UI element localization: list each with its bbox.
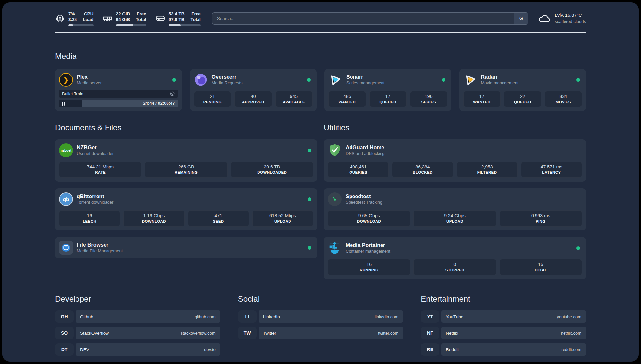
section-title-social: Social [238,294,403,304]
app-description: Media Requests [212,80,243,86]
playback-time: 24:44 / 02:06:47 [143,101,175,106]
memory-progress-fill [116,24,133,26]
stat-tile: 39.6 TB DOWNLOADED [231,162,313,178]
stat-tile: 16 TOTAL [500,259,582,275]
link-tag: TW [238,327,257,339]
search-engine-badge[interactable]: G [514,13,528,24]
section-developer: Developer GH Github github.com SO StackO… [55,294,220,356]
system-stats: 7% 3.24 CPU Load [55,11,201,26]
stat-tile: 22 QUEUED [504,91,541,107]
radarr-icon [463,73,477,87]
app-name: Radarr [481,74,519,81]
app-card-qbittorrent[interactable]: qb qBittorrent Torrent downloader 16 LEE… [55,188,317,230]
app-name: Sonarr [346,74,384,81]
status-online-dot [576,78,580,82]
disk-free-label: Free [191,11,201,17]
app-description: DNS and adblocking [346,151,385,157]
app-name: Overseerr [212,74,243,81]
app-card-plex[interactable]: ❯ Plex Media server Bullet Train [55,69,182,111]
section-title-developer: Developer [55,294,220,304]
stat-tile: 21 PENDING [194,91,231,107]
app-name: Speedtest [346,193,382,200]
section-utilities: Utilities AdGuard Home [324,123,586,279]
disk-total-label: Total [191,17,201,23]
status-online-dot [307,78,311,82]
memory-total-value: 64 GiB [116,17,130,23]
speedtest-icon [328,192,342,206]
section-title-media: Media [55,52,586,61]
link-stackoverflow[interactable]: SO StackOverflow stackoverflow.com [55,327,220,339]
nzbget-icon: nzbget [59,143,73,157]
stat-tile: 744.21 Mbps RATE [59,162,141,178]
section-title-entertainment: Entertainment [421,294,586,304]
sonarr-icon [328,73,342,87]
disk-progress-track [169,24,201,26]
cpu-progress-track [68,24,94,26]
stat-tile: 17 WANTED [463,91,501,107]
app-card-overseerr[interactable]: Overseerr Media Requests 21 PENDING 40 A… [190,69,317,111]
stat-tile: 0.993 ms PING [500,210,582,227]
memory-total-label: Total [136,17,146,23]
app-card-sonarr[interactable]: Sonarr Series management 485 WANTED 17 Q… [324,69,451,111]
status-online-dot [308,149,311,152]
link-youtube[interactable]: YT YouTube youtube.com [421,310,586,323]
stat-tile: 945 AVAILABLE [275,91,313,107]
stat-tile: 16 RUNNING [328,259,410,275]
portainer-icon [328,241,342,255]
link-github[interactable]: GH Github github.com [55,310,220,323]
app-card-radarr[interactable]: Radarr Movie management 17 WANTED 22 QUE… [459,69,586,111]
section-social: Social LI LinkedIn linkedin.com TW Twitt… [238,294,403,339]
section-title-utilities: Utilities [324,123,586,132]
stat-tile: 17 QUEUED [369,91,407,107]
memory-free-value: 22 GiB [116,11,130,17]
cpu-usage-value: 7% [68,11,77,17]
app-card-adguard[interactable]: AdGuard Home DNS and adblocking 498,461 … [324,139,586,182]
disk-total-value: 97.9 TB [169,17,185,23]
stat-tile: 471 SEED [188,210,249,227]
stat-tile: 9.24 Gbps UPLOAD [413,210,496,227]
cpu-progress-fill [68,24,73,26]
session-icon[interactable] [170,91,175,96]
status-online-dot [442,78,445,82]
link-netflix[interactable]: NF Netflix netflix.com [421,327,586,339]
link-reddit[interactable]: RE Reddit reddit.com [421,343,586,356]
stat-tile: 485 WANTED [328,91,366,107]
app-name: File Browser [77,242,123,249]
app-name: AdGuard Home [346,144,385,151]
stat-tile: 9.65 Gbps DOWNLOAD [328,210,410,227]
weather-widget[interactable]: Lviv, 16.87°C scattered clouds [538,12,586,25]
weather-location: Lviv, 16.87°C [555,12,586,19]
app-card-filebrowser[interactable]: File Browser Media File Management [55,237,317,258]
app-name: Media Portainer [346,242,390,249]
app-description: Media File Management [77,248,123,254]
search-input[interactable] [212,13,514,24]
app-description: Media server [77,80,102,86]
stat-tile: 834 MOVIES [545,91,582,107]
link-linkedin[interactable]: LI LinkedIn linkedin.com [238,310,403,323]
section-documents: Documents & Files nzbget NZBGet Usenet d… [55,123,317,258]
app-description: Movie management [481,80,519,86]
link-tag: LI [238,310,257,323]
plex-icon: ❯ [59,73,73,87]
link-tag: GH [55,310,74,323]
app-description: Container management [346,249,390,254]
link-twitter[interactable]: TW Twitter twitter.com [238,327,403,339]
stat-tile: 16 LEECH [59,210,120,227]
stat-tile: 196 SERIES [410,91,447,107]
stat-tile: 0 STOPPED [413,259,496,275]
pause-icon[interactable] [62,102,65,106]
app-card-nzbget[interactable]: nzbget NZBGet Usenet downloader 744.21 M… [55,139,317,182]
search-bar: G [212,12,528,25]
header-divider [55,32,586,33]
link-tag: YT [421,310,439,323]
qbittorrent-icon: qb [59,192,73,206]
stat-tile: 47.571 ms LATENCY [521,162,582,178]
app-card-speedtest[interactable]: Speedtest Speedtest Tracking 9.65 Gbps D… [324,188,586,230]
cpu-stat: 7% 3.24 CPU Load [55,11,94,26]
now-playing-title: Bullet Train [62,91,83,96]
app-description: Torrent downloader [77,200,113,205]
link-dev[interactable]: DT DEV dev.to [55,343,220,356]
status-online-dot [308,246,311,250]
app-card-portainer[interactable]: Media Portainer Container management 16 … [324,237,586,279]
playback-progress-bar[interactable]: 24:44 / 02:06:47 [59,100,178,107]
